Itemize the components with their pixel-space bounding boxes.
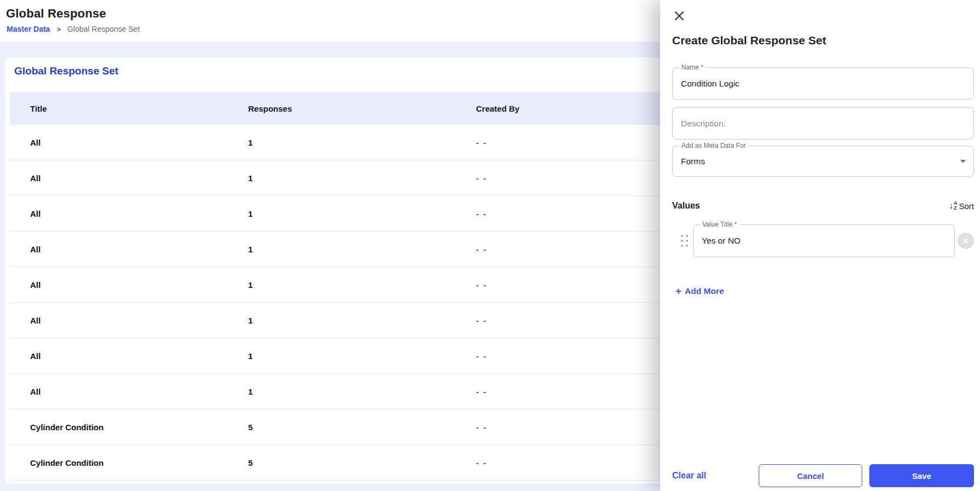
- sort-by-alpha-icon: ↓ A Z: [949, 201, 957, 211]
- sort-label: Sort: [959, 201, 974, 211]
- drag-handle-icon[interactable]: [681, 235, 688, 247]
- cell-title: All: [30, 351, 248, 361]
- name-field-label: Name *: [679, 63, 706, 72]
- drawer-footer: Clear all Cancel Save: [672, 464, 974, 487]
- add-more-button[interactable]: + Add More: [675, 286, 724, 296]
- cell-responses: 1: [248, 351, 476, 361]
- breadcrumb-separator: >: [56, 25, 61, 33]
- create-global-response-set-drawer: Create Global Response Set Name * Add as…: [660, 0, 980, 491]
- column-header-responses: Responses: [248, 104, 476, 113]
- cancel-button[interactable]: Cancel: [759, 464, 862, 487]
- cell-title: All: [30, 138, 248, 147]
- values-section-header: Values ↓ A Z Sort: [672, 201, 974, 211]
- cell-title: All: [30, 316, 248, 325]
- cell-responses: 5: [248, 458, 476, 467]
- breadcrumb-link-master-data[interactable]: Master Data: [7, 25, 50, 33]
- meta-data-select-label: Add as Meta Data For: [679, 142, 748, 150]
- cell-responses: 1: [248, 174, 476, 183]
- chevron-down-icon: [960, 160, 966, 166]
- close-icon[interactable]: [672, 9, 686, 23]
- cell-responses: 1: [248, 209, 476, 218]
- save-button[interactable]: Save: [869, 464, 974, 487]
- meta-data-select-value: Forms: [681, 157, 705, 166]
- value-item-row: Value Title * ✕: [672, 224, 974, 257]
- drawer-title: Create Global Response Set: [672, 34, 974, 47]
- cell-responses: 1: [248, 387, 476, 396]
- cell-title: Cylinder Condition: [30, 458, 248, 467]
- values-heading: Values: [672, 201, 700, 211]
- sort-button[interactable]: ↓ A Z Sort: [949, 201, 974, 211]
- cell-title: All: [30, 280, 248, 290]
- cell-title: All: [30, 209, 248, 218]
- meta-data-select[interactable]: Add as Meta Data For Forms: [672, 146, 974, 177]
- column-header-title: Title: [30, 104, 248, 113]
- plus-icon: +: [675, 286, 681, 296]
- name-input[interactable]: [681, 79, 966, 89]
- value-title-input[interactable]: [702, 236, 947, 246]
- remove-value-icon[interactable]: ✕: [958, 233, 974, 249]
- cell-title: All: [30, 387, 248, 396]
- description-field-wrapper: [672, 107, 974, 140]
- cell-responses: 5: [248, 423, 476, 432]
- value-title-field-wrapper: Value Title *: [693, 224, 955, 257]
- description-input[interactable]: [681, 119, 966, 129]
- cell-title: Cylinder Condition: [30, 423, 248, 432]
- cell-responses: 1: [248, 138, 476, 147]
- breadcrumb-current: Global Response Set: [67, 25, 140, 33]
- name-field-wrapper: Name *: [672, 67, 974, 100]
- clear-all-button[interactable]: Clear all: [672, 471, 706, 481]
- cell-title: All: [30, 174, 248, 183]
- value-title-label: Value Title *: [700, 221, 740, 229]
- add-more-label: Add More: [685, 286, 724, 296]
- cell-responses: 1: [248, 245, 476, 254]
- cell-responses: 1: [248, 316, 476, 325]
- cell-responses: 1: [248, 280, 476, 290]
- cell-title: All: [30, 245, 248, 254]
